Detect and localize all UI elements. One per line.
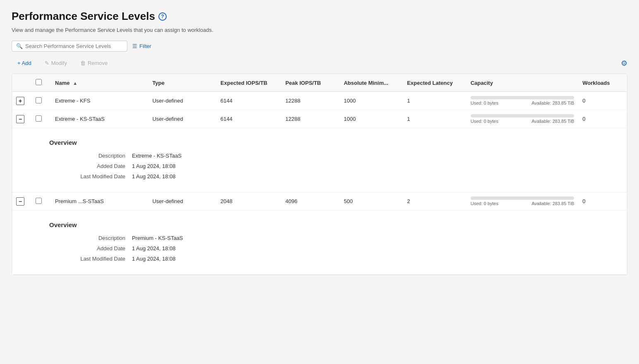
filter-button[interactable]: ☰ Filter: [132, 43, 151, 49]
row-type: User-defined: [152, 98, 183, 104]
added-date-label: Added Date: [49, 163, 132, 169]
capacity-cell: Used: 0 bytes Available: 283.85 TiB: [467, 92, 579, 110]
table-header-row: Name ▲ Type Expected IOPS/TB Peak IOPS/T…: [12, 74, 627, 92]
row-workloads: 0: [582, 116, 585, 122]
expand-button[interactable]: +: [16, 97, 24, 105]
row-workloads: 0: [582, 198, 585, 204]
page-subtitle: View and manage the Performance Service …: [12, 27, 627, 33]
peak-iops-cell: 4096: [281, 192, 340, 211]
modify-icon: ✎: [45, 60, 49, 66]
row-peak-iops: 12288: [285, 98, 300, 104]
row-latency: 1: [407, 116, 410, 122]
name-cell: Extreme - KS-STaaS: [51, 110, 148, 128]
add-label: + Add: [17, 60, 31, 66]
select-all-checkbox[interactable]: [36, 79, 42, 85]
modified-date-label: Last Modified Date: [49, 256, 132, 262]
abs-min-cell: 500: [340, 192, 403, 211]
row-name: Extreme - KFS: [55, 98, 90, 104]
col-header-name[interactable]: Name ▲: [51, 74, 148, 92]
expand-button[interactable]: −: [16, 197, 24, 206]
detail-section-title: Overview: [49, 221, 598, 228]
capacity-used: Used: 0 bytes: [471, 119, 498, 124]
capacity-available: Available: 283.85 TiB: [531, 201, 574, 206]
capacity-bar: [471, 96, 574, 99]
add-button[interactable]: + Add: [12, 57, 37, 69]
table-row: − Premium ...S-STaaS User-defined 2048: [12, 192, 627, 211]
detail-grid: Description Extreme - KS-STaaS Added Dat…: [49, 153, 297, 180]
name-cell: Extreme - KFS: [51, 92, 148, 110]
expected-iops-cell: 6144: [216, 110, 281, 128]
help-icon[interactable]: ?: [158, 12, 167, 21]
capacity-cell: Used: 0 bytes Available: 283.85 TiB: [467, 192, 579, 211]
row-checkbox[interactable]: [36, 198, 42, 204]
search-input[interactable]: [25, 43, 123, 49]
col-header-peak-iops: Peak IOPS/TB: [281, 74, 340, 92]
latency-cell: 1: [403, 110, 467, 128]
added-date-value: 1 Aug 2024, 18:08: [132, 245, 297, 251]
expand-cell: −: [12, 110, 31, 128]
peak-iops-cell: 12288: [281, 92, 340, 110]
row-name: Extreme - KS-STaaS: [55, 116, 105, 122]
description-value: Extreme - KS-STaaS: [132, 153, 297, 159]
detail-section-title: Overview: [49, 139, 598, 146]
capacity-available: Available: 283.85 TiB: [531, 119, 574, 124]
capacity-labels: Used: 0 bytes Available: 283.85 TiB: [471, 101, 574, 105]
detail-cell: Overview Description Premium - KS-STaaS …: [12, 211, 627, 275]
added-date-label: Added Date: [49, 245, 132, 251]
table-row: + Extreme - KFS User-defined 6144: [12, 92, 627, 110]
check-cell: [31, 92, 51, 110]
row-abs-min: 500: [344, 198, 353, 204]
capacity-bar-container: Used: 0 bytes Available: 283.85 TiB: [471, 96, 574, 105]
row-checkbox[interactable]: [36, 97, 42, 103]
detail-cell: Overview Description Extreme - KS-STaaS …: [12, 128, 627, 192]
capacity-labels: Used: 0 bytes Available: 283.85 TiB: [471, 119, 574, 124]
peak-iops-cell: 12288: [281, 110, 340, 128]
workloads-cell: 0: [578, 192, 627, 211]
workloads-cell: 0: [578, 110, 627, 128]
row-peak-iops: 4096: [285, 198, 297, 204]
remove-button[interactable]: 🗑 Remove: [74, 57, 113, 69]
detail-row: Overview Description Premium - KS-STaaS …: [12, 211, 627, 275]
abs-min-cell: 1000: [340, 92, 403, 110]
col-expand: [12, 74, 31, 92]
col-header-capacity: Capacity: [467, 74, 579, 92]
col-name-label: Name: [55, 80, 69, 86]
filter-icon: ☰: [132, 43, 137, 49]
capacity-available: Available: 283.85 TiB: [531, 101, 574, 105]
detail-row: Overview Description Extreme - KS-STaaS …: [12, 128, 627, 192]
row-expected-iops: 2048: [220, 198, 232, 204]
search-box: 🔍: [12, 41, 127, 52]
description-value: Premium - KS-STaaS: [132, 235, 297, 241]
expand-cell: +: [12, 92, 31, 110]
remove-icon: 🗑: [80, 60, 86, 66]
table-row: − Extreme - KS-STaaS User-defined 6144: [12, 110, 627, 128]
capacity-bar-container: Used: 0 bytes Available: 283.85 TiB: [471, 114, 574, 124]
type-cell: User-defined: [148, 110, 216, 128]
expected-iops-cell: 6144: [216, 92, 281, 110]
detail-grid: Description Premium - KS-STaaS Added Dat…: [49, 235, 297, 262]
action-toolbar: + Add ✎ Modify 🗑 Remove ⚙: [12, 57, 627, 69]
latency-cell: 2: [403, 192, 467, 211]
modify-label: Modify: [51, 60, 67, 66]
modified-date-value: 1 Aug 2024, 18:08: [132, 256, 297, 262]
col-header-latency: Expected Latency: [403, 74, 467, 92]
capacity-bar-container: Used: 0 bytes Available: 283.85 TiB: [471, 196, 574, 206]
name-cell: Premium ...S-STaaS: [51, 192, 148, 211]
detail-section: Overview Description Extreme - KS-STaaS …: [16, 132, 623, 188]
row-peak-iops: 12288: [285, 116, 300, 122]
description-label: Description: [49, 153, 132, 159]
col-header-abs-min: Absolute Minim...: [340, 74, 403, 92]
settings-button[interactable]: ⚙: [621, 59, 627, 68]
row-checkbox[interactable]: [36, 115, 42, 122]
type-cell: User-defined: [148, 92, 216, 110]
expected-iops-cell: 2048: [216, 192, 281, 211]
workloads-cell: 0: [578, 92, 627, 110]
capacity-bar: [471, 114, 574, 117]
capacity-cell: Used: 0 bytes Available: 283.85 TiB: [467, 110, 579, 128]
expand-button[interactable]: −: [16, 115, 24, 123]
check-cell: [31, 110, 51, 128]
col-header-type: Type: [148, 74, 216, 92]
modify-button[interactable]: ✎ Modify: [39, 57, 73, 69]
row-name: Premium ...S-STaaS: [55, 198, 104, 204]
check-cell: [31, 192, 51, 211]
